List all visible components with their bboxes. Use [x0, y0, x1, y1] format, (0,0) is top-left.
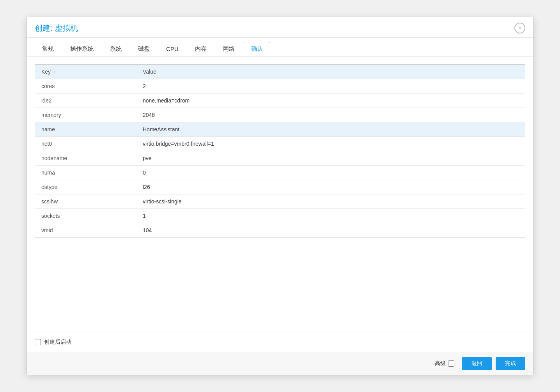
- table-cell-key: nodename: [35, 151, 136, 166]
- tab-disk[interactable]: 磁盘: [131, 42, 157, 56]
- table-row[interactable]: vmid104: [35, 223, 525, 238]
- table-row[interactable]: numa0: [35, 166, 525, 180]
- advanced-label: 高级: [435, 360, 446, 367]
- table-cell-value: l26: [136, 180, 525, 194]
- tab-confirm[interactable]: 确认: [244, 42, 270, 56]
- dialog-header: 创建: 虚拟机 ×: [27, 17, 533, 38]
- table-cell-key: net0: [35, 137, 136, 151]
- table-row[interactable]: cores2: [35, 79, 525, 94]
- table-cell-value: HomeAssistant: [136, 122, 525, 137]
- back-button[interactable]: 返回: [462, 357, 492, 370]
- key-column-header: Key ↑: [35, 65, 136, 79]
- table-cell-value: 104: [136, 223, 525, 238]
- table-cell-value: 2: [136, 79, 525, 94]
- table-cell-key: ostype: [35, 180, 136, 194]
- table-row[interactable]: nodenamepve: [35, 151, 525, 166]
- tab-bar: 常规操作系统系统磁盘CPU内存网络确认: [27, 38, 533, 57]
- tab-network[interactable]: 网络: [216, 42, 242, 56]
- table-cell-key: cores: [35, 79, 136, 94]
- table-cell-value: 1: [136, 209, 525, 223]
- table-header: Key ↑ Value: [35, 65, 525, 79]
- advanced-section: 高级: [435, 360, 454, 367]
- table-cell-value: pve: [136, 151, 525, 166]
- finish-button[interactable]: 完成: [496, 357, 525, 370]
- table-row[interactable]: scsihwvirtio-scsi-single: [35, 194, 525, 209]
- table-row[interactable]: memory2048: [35, 108, 525, 122]
- table-cell-value: 0: [136, 166, 525, 180]
- table-cell-key: ide2: [35, 94, 136, 108]
- main-content: Key ↑ Value cores2ide2none,media=cdromme…: [27, 57, 533, 332]
- table-cell-key: numa: [35, 166, 136, 180]
- create-vm-dialog: 创建: 虚拟机 × 常规操作系统系统磁盘CPU内存网络确认 Key ↑ Valu…: [27, 17, 533, 375]
- table-cell-key: memory: [35, 108, 136, 122]
- dialog-footer: 高级 返回 完成: [27, 352, 533, 375]
- advanced-checkbox[interactable]: [448, 360, 454, 367]
- tab-memory[interactable]: 内存: [188, 42, 214, 56]
- table-row[interactable]: ostypel26: [35, 180, 525, 194]
- value-column-header: Value: [136, 65, 525, 79]
- close-button[interactable]: ×: [514, 23, 525, 34]
- table-cell-key: name: [35, 122, 136, 137]
- config-table-container: Key ↑ Value cores2ide2none,media=cdromme…: [35, 64, 525, 269]
- table-cell-value: virtio-scsi-single: [136, 194, 525, 209]
- tab-general[interactable]: 常规: [35, 42, 61, 56]
- table-row[interactable]: net0virtio,bridge=vmbr0,firewall=1: [35, 137, 525, 151]
- table-cell-value: 2048: [136, 108, 525, 122]
- table-row[interactable]: ide2none,media=cdrom: [35, 94, 525, 108]
- table-cell-key: sockets: [35, 209, 136, 223]
- start-after-create-label[interactable]: 创建后启动: [44, 339, 71, 346]
- table-cell-value: none,media=cdrom: [136, 94, 525, 108]
- table-row[interactable]: sockets1: [35, 209, 525, 223]
- footer-checkbox-area: 创建后启动: [27, 332, 533, 352]
- table-body: cores2ide2none,media=cdrommemory2048name…: [35, 79, 525, 269]
- config-table: Key ↑ Value cores2ide2none,media=cdromme…: [35, 65, 525, 269]
- start-after-create-checkbox[interactable]: [35, 339, 41, 345]
- tab-system[interactable]: 系统: [103, 42, 129, 56]
- dialog-title: 创建: 虚拟机: [35, 23, 78, 34]
- tab-os[interactable]: 操作系统: [63, 42, 101, 56]
- tab-cpu[interactable]: CPU: [159, 42, 186, 56]
- table-cell-key: vmid: [35, 223, 136, 238]
- table-empty-row: [35, 238, 525, 269]
- table-row[interactable]: nameHomeAssistant: [35, 122, 525, 137]
- table-cell-value: virtio,bridge=vmbr0,firewall=1: [136, 137, 525, 151]
- table-cell-key: scsihw: [35, 194, 136, 209]
- sort-icon: ↑: [54, 70, 56, 74]
